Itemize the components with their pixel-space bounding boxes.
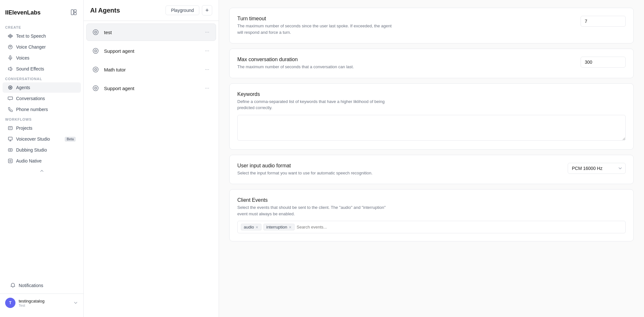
events-search-input[interactable] bbox=[297, 225, 622, 229]
tag-interruption-label: interruption bbox=[266, 225, 287, 229]
sidebar-item-voiceover-studio-label: Voiceover Studio bbox=[16, 136, 50, 142]
keywords-section: Keywords Define a comma-separated list o… bbox=[229, 83, 634, 150]
agent-icon bbox=[91, 84, 100, 93]
svg-rect-6 bbox=[11, 34, 12, 38]
right-panel: Turn timeout The maximum number of secon… bbox=[219, 0, 644, 317]
svg-point-26 bbox=[10, 161, 11, 161]
svg-rect-10 bbox=[10, 56, 11, 58]
turn-timeout-row: Turn timeout The maximum number of secon… bbox=[237, 16, 626, 35]
svg-rect-4 bbox=[9, 34, 10, 38]
sidebar-footer: T testingcatalog Test bbox=[0, 294, 83, 312]
sidebar-item-phone-numbers-label: Phone numbers bbox=[16, 107, 48, 112]
audio-format-info: User input audio format Select the input… bbox=[237, 163, 373, 176]
sidebar-item-voice-changer-label: Voice Changer bbox=[16, 44, 46, 50]
conversations-icon bbox=[8, 96, 13, 101]
user-info[interactable]: T testingcatalog Test bbox=[5, 298, 78, 308]
agents-icon bbox=[8, 85, 13, 90]
svg-point-38 bbox=[95, 88, 96, 89]
agent-menu-test[interactable]: ··· bbox=[203, 29, 211, 36]
audio-format-desc: Select the input format you want to use … bbox=[237, 170, 373, 176]
agent-menu-math-tutor[interactable]: ··· bbox=[203, 66, 211, 73]
sidebar-item-projects[interactable]: Projects bbox=[3, 123, 81, 133]
sidebar-item-voiceover-studio[interactable]: Voiceover Studio Beta bbox=[3, 134, 81, 144]
playground-button[interactable]: Playground bbox=[166, 5, 199, 15]
beta-badge: Beta bbox=[65, 137, 76, 142]
user-role: Test bbox=[19, 303, 70, 307]
voice-changer-icon bbox=[8, 44, 13, 50]
sidebar-item-voice-changer[interactable]: Voice Changer bbox=[3, 42, 81, 52]
sidebar-item-dubbing-studio[interactable]: Dubbing Studio bbox=[3, 145, 81, 155]
sidebar-item-text-to-speech-label: Text to Speech bbox=[16, 33, 46, 39]
agent-item-support-2[interactable]: Support agent ··· bbox=[86, 79, 216, 97]
dubbing-icon bbox=[8, 147, 13, 153]
agent-menu-support-1[interactable]: ··· bbox=[203, 47, 211, 54]
sidebar-item-audio-native-label: Audio Native bbox=[16, 158, 42, 163]
create-section-label: CREATE bbox=[0, 23, 83, 31]
agent-item-support-1[interactable]: Support agent ··· bbox=[86, 42, 216, 60]
client-events-tags-container: audio × interruption × bbox=[237, 221, 626, 233]
chevron-down-icon bbox=[73, 300, 78, 305]
sidebar-item-sound-effects[interactable]: Sound Effects bbox=[3, 64, 81, 74]
collapse-button[interactable] bbox=[38, 167, 46, 175]
svg-rect-0 bbox=[71, 10, 73, 15]
sidebar-item-conversations-label: Conversations bbox=[16, 96, 45, 101]
max-duration-desc: The maximum number of seconds that a con… bbox=[237, 64, 354, 70]
agent-circle-icon bbox=[92, 66, 99, 73]
sidebar-item-voices-label: Voices bbox=[16, 55, 29, 61]
agent-item-math-tutor[interactable]: Math tutor ··· bbox=[86, 61, 216, 78]
conversational-section-label: CONVERSATIONAL bbox=[0, 74, 83, 82]
user-name: testingcatalog bbox=[19, 299, 70, 303]
projects-icon bbox=[8, 126, 13, 131]
svg-rect-5 bbox=[10, 34, 11, 38]
tag-interruption: interruption × bbox=[263, 224, 295, 230]
audio-format-select-wrapper: PCM 16000 Hz PCM 24000 Hz PCM 44100 Hz O… bbox=[568, 163, 626, 174]
sidebar-item-sound-effects-label: Sound Effects bbox=[16, 66, 44, 71]
tag-audio-label: audio bbox=[244, 225, 254, 229]
sidebar-item-voices[interactable]: Voices bbox=[3, 53, 81, 63]
client-events-label: Client Events bbox=[237, 197, 626, 203]
workflows-section-label: WORKFLOWS bbox=[0, 115, 83, 123]
max-duration-section: Max conversation duration The maximum nu… bbox=[229, 49, 634, 78]
sidebar-item-audio-native[interactable]: Audio Native bbox=[3, 156, 81, 166]
sidebar-item-phone-numbers[interactable]: Phone numbers bbox=[3, 104, 81, 115]
svg-point-32 bbox=[95, 51, 96, 51]
agent-menu-support-2[interactable]: ··· bbox=[203, 85, 211, 92]
sidebar-item-notifications[interactable]: Notifications bbox=[5, 280, 78, 291]
avatar: T bbox=[5, 298, 15, 308]
svg-rect-16 bbox=[8, 126, 12, 130]
svg-point-35 bbox=[95, 69, 96, 70]
svg-rect-1 bbox=[74, 10, 76, 12]
turn-timeout-label: Turn timeout bbox=[237, 16, 392, 22]
tag-audio-remove-button[interactable]: × bbox=[255, 225, 259, 229]
agent-item-test[interactable]: test ··· bbox=[86, 23, 216, 41]
audio-native-icon bbox=[8, 158, 13, 163]
agent-name-support-1: Support agent bbox=[104, 48, 199, 54]
add-agent-button[interactable]: + bbox=[202, 5, 212, 15]
agent-circle-icon bbox=[92, 29, 99, 36]
max-duration-input[interactable] bbox=[581, 57, 626, 68]
tag-interruption-remove-button[interactable]: × bbox=[289, 225, 292, 229]
agent-circle-icon bbox=[92, 47, 99, 54]
logo-text: IIElevenLabs bbox=[5, 9, 41, 16]
sidebar-item-projects-label: Projects bbox=[16, 126, 33, 131]
sidebar-item-conversations[interactable]: Conversations bbox=[3, 93, 81, 104]
sidebar-item-agents-label: Agents bbox=[16, 85, 30, 90]
max-duration-label: Max conversation duration bbox=[237, 57, 354, 62]
svg-rect-22 bbox=[8, 149, 12, 151]
middle-panel: AI Agents Playground + test ··· bbox=[84, 0, 219, 317]
agent-icon bbox=[91, 65, 100, 74]
keywords-desc: Define a comma-separated list of keyword… bbox=[237, 98, 392, 111]
sidebar-item-agents[interactable]: Agents bbox=[3, 82, 81, 93]
svg-rect-3 bbox=[8, 35, 9, 37]
svg-rect-7 bbox=[12, 35, 13, 37]
turn-timeout-input[interactable] bbox=[581, 16, 626, 27]
bell-icon bbox=[10, 283, 15, 288]
sidebar-item-text-to-speech[interactable]: Text to Speech bbox=[3, 31, 81, 41]
client-events-desc: Select the events that should be sent to… bbox=[237, 204, 392, 217]
layout-toggle-button[interactable] bbox=[69, 8, 78, 18]
svg-point-29 bbox=[95, 32, 96, 33]
agent-list: test ··· Support agent ··· bbox=[84, 21, 219, 317]
keywords-textarea[interactable] bbox=[237, 115, 626, 141]
audio-format-select[interactable]: PCM 16000 Hz PCM 24000 Hz PCM 44100 Hz O… bbox=[568, 163, 626, 174]
sidebar-item-dubbing-studio-label: Dubbing Studio bbox=[16, 147, 47, 153]
